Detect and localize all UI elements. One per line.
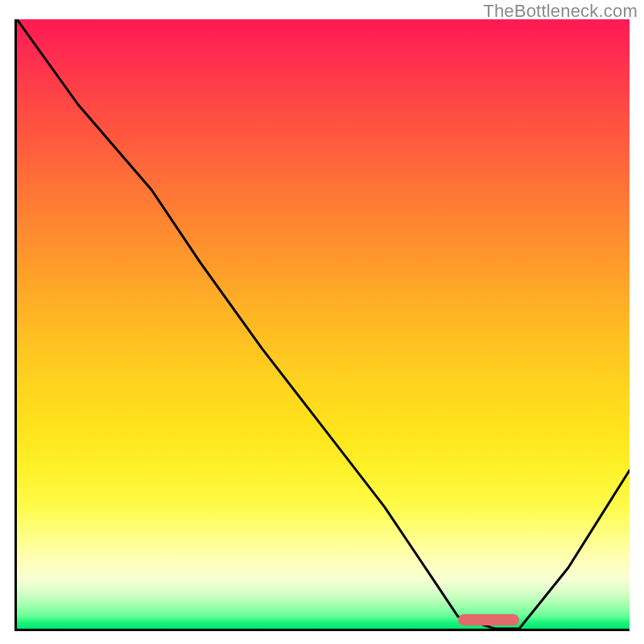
chart-plot-area bbox=[14, 19, 630, 631]
chart-line-series bbox=[17, 19, 630, 629]
watermark-text: TheBottleneck.com bbox=[483, 1, 638, 22]
chart-highlight-marker bbox=[458, 614, 519, 625]
